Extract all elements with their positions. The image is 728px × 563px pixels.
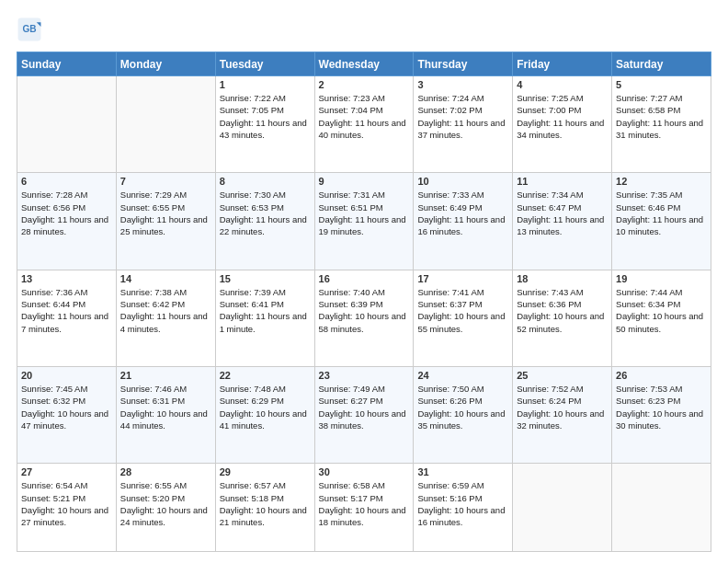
calendar-cell: 5Sunrise: 7:27 AM Sunset: 6:58 PM Daylig… xyxy=(612,76,711,173)
weekday-tuesday: Tuesday xyxy=(215,52,314,76)
day-number: 2 xyxy=(319,79,410,90)
calendar-cell: 22Sunrise: 7:48 AM Sunset: 6:29 PM Dayli… xyxy=(215,366,314,463)
calendar-cell: 2Sunrise: 7:23 AM Sunset: 7:04 PM Daylig… xyxy=(314,76,414,173)
day-info: Sunrise: 7:39 AM Sunset: 6:41 PM Dayligh… xyxy=(220,286,311,335)
calendar-cell: 3Sunrise: 7:24 AM Sunset: 7:02 PM Daylig… xyxy=(414,76,513,173)
day-number: 29 xyxy=(220,466,311,477)
weekday-friday: Friday xyxy=(513,52,612,76)
day-info: Sunrise: 7:49 AM Sunset: 6:27 PM Dayligh… xyxy=(319,383,410,431)
calendar-cell: 19Sunrise: 7:44 AM Sunset: 6:34 PM Dayli… xyxy=(612,270,711,366)
day-number: 31 xyxy=(417,466,508,477)
day-info: Sunrise: 7:31 AM Sunset: 6:51 PM Dayligh… xyxy=(319,189,410,237)
calendar-cell: 13Sunrise: 7:36 AM Sunset: 6:44 PM Dayli… xyxy=(17,270,117,366)
calendar-cell: 31Sunrise: 6:59 AM Sunset: 5:16 PM Dayli… xyxy=(414,464,513,552)
day-number: 5 xyxy=(616,79,707,90)
day-number: 21 xyxy=(120,370,211,381)
calendar-cell: 7Sunrise: 7:29 AM Sunset: 6:55 PM Daylig… xyxy=(116,173,215,270)
day-number: 15 xyxy=(220,273,311,284)
logo-icon: GB xyxy=(17,17,42,42)
day-number: 30 xyxy=(319,466,410,477)
day-number: 1 xyxy=(220,79,311,90)
day-number: 11 xyxy=(517,176,608,187)
day-info: Sunrise: 7:27 AM Sunset: 6:58 PM Dayligh… xyxy=(616,92,707,141)
day-number: 26 xyxy=(616,370,707,381)
calendar-cell: 11Sunrise: 7:34 AM Sunset: 6:47 PM Dayli… xyxy=(513,173,612,270)
day-number: 16 xyxy=(319,273,410,284)
day-info: Sunrise: 7:48 AM Sunset: 6:29 PM Dayligh… xyxy=(220,383,311,431)
day-info: Sunrise: 7:50 AM Sunset: 6:26 PM Dayligh… xyxy=(417,383,508,431)
calendar-cell: 30Sunrise: 6:58 AM Sunset: 5:17 PM Dayli… xyxy=(314,464,414,552)
calendar-cell: 20Sunrise: 7:45 AM Sunset: 6:32 PM Dayli… xyxy=(17,366,117,463)
day-number: 10 xyxy=(417,176,508,187)
weekday-saturday: Saturday xyxy=(612,52,711,76)
day-number: 8 xyxy=(220,176,311,187)
day-info: Sunrise: 7:53 AM Sunset: 6:23 PM Dayligh… xyxy=(616,383,707,431)
day-info: Sunrise: 7:45 AM Sunset: 6:32 PM Dayligh… xyxy=(21,383,112,431)
day-number: 19 xyxy=(616,273,707,284)
day-number: 23 xyxy=(319,370,410,381)
day-info: Sunrise: 7:35 AM Sunset: 6:46 PM Dayligh… xyxy=(616,189,707,237)
calendar-cell: 21Sunrise: 7:46 AM Sunset: 6:31 PM Dayli… xyxy=(116,366,215,463)
calendar-cell: 8Sunrise: 7:30 AM Sunset: 6:53 PM Daylig… xyxy=(215,173,314,270)
calendar-cell: 24Sunrise: 7:50 AM Sunset: 6:26 PM Dayli… xyxy=(414,366,513,463)
day-info: Sunrise: 7:52 AM Sunset: 6:24 PM Dayligh… xyxy=(517,383,608,431)
day-number: 3 xyxy=(417,79,508,90)
day-number: 6 xyxy=(21,176,112,187)
calendar-cell: 6Sunrise: 7:28 AM Sunset: 6:56 PM Daylig… xyxy=(17,173,117,270)
calendar-cell: 23Sunrise: 7:49 AM Sunset: 6:27 PM Dayli… xyxy=(314,366,414,463)
day-number: 14 xyxy=(120,273,211,284)
header: GB xyxy=(17,17,711,42)
day-number: 17 xyxy=(417,273,508,284)
day-number: 28 xyxy=(120,466,211,477)
weekday-wednesday: Wednesday xyxy=(314,52,414,76)
calendar-cell: 12Sunrise: 7:35 AM Sunset: 6:46 PM Dayli… xyxy=(612,173,711,270)
day-number: 27 xyxy=(21,466,112,477)
calendar-cell: 15Sunrise: 7:39 AM Sunset: 6:41 PM Dayli… xyxy=(215,270,314,366)
day-number: 7 xyxy=(120,176,211,187)
calendar-cell: 29Sunrise: 6:57 AM Sunset: 5:18 PM Dayli… xyxy=(215,464,314,552)
day-info: Sunrise: 7:25 AM Sunset: 7:00 PM Dayligh… xyxy=(517,92,608,141)
day-info: Sunrise: 7:40 AM Sunset: 6:39 PM Dayligh… xyxy=(319,286,410,335)
weekday-monday: Monday xyxy=(116,52,215,76)
day-info: Sunrise: 7:38 AM Sunset: 6:42 PM Dayligh… xyxy=(120,286,211,335)
day-info: Sunrise: 7:24 AM Sunset: 7:02 PM Dayligh… xyxy=(417,92,508,141)
day-info: Sunrise: 7:46 AM Sunset: 6:31 PM Dayligh… xyxy=(120,383,211,431)
day-number: 22 xyxy=(220,370,311,381)
day-info: Sunrise: 7:44 AM Sunset: 6:34 PM Dayligh… xyxy=(616,286,707,335)
calendar-cell: 14Sunrise: 7:38 AM Sunset: 6:42 PM Dayli… xyxy=(116,270,215,366)
weekday-thursday: Thursday xyxy=(414,52,513,76)
calendar-cell: 27Sunrise: 6:54 AM Sunset: 5:21 PM Dayli… xyxy=(17,464,117,552)
weekday-header-row: SundayMondayTuesdayWednesdayThursdayFrid… xyxy=(17,52,711,76)
day-info: Sunrise: 7:43 AM Sunset: 6:36 PM Dayligh… xyxy=(517,286,608,335)
svg-text:GB: GB xyxy=(22,24,36,34)
calendar-cell: 28Sunrise: 6:55 AM Sunset: 5:20 PM Dayli… xyxy=(116,464,215,552)
day-info: Sunrise: 7:22 AM Sunset: 7:05 PM Dayligh… xyxy=(220,92,311,141)
day-info: Sunrise: 7:23 AM Sunset: 7:04 PM Dayligh… xyxy=(319,92,410,141)
calendar-cell xyxy=(17,76,117,173)
calendar-cell: 26Sunrise: 7:53 AM Sunset: 6:23 PM Dayli… xyxy=(612,366,711,463)
day-number: 25 xyxy=(517,370,608,381)
calendar-cell xyxy=(513,464,612,552)
day-info: Sunrise: 7:36 AM Sunset: 6:44 PM Dayligh… xyxy=(21,286,112,335)
calendar-cell: 4Sunrise: 7:25 AM Sunset: 7:00 PM Daylig… xyxy=(513,76,612,173)
calendar: SundayMondayTuesdayWednesdayThursdayFrid… xyxy=(17,52,711,552)
day-number: 20 xyxy=(21,370,112,381)
day-info: Sunrise: 7:41 AM Sunset: 6:37 PM Dayligh… xyxy=(417,286,508,335)
calendar-cell: 9Sunrise: 7:31 AM Sunset: 6:51 PM Daylig… xyxy=(314,173,414,270)
day-number: 9 xyxy=(319,176,410,187)
calendar-cell: 17Sunrise: 7:41 AM Sunset: 6:37 PM Dayli… xyxy=(414,270,513,366)
day-info: Sunrise: 6:59 AM Sunset: 5:16 PM Dayligh… xyxy=(417,479,508,528)
day-info: Sunrise: 7:34 AM Sunset: 6:47 PM Dayligh… xyxy=(517,189,608,237)
calendar-cell: 18Sunrise: 7:43 AM Sunset: 6:36 PM Dayli… xyxy=(513,270,612,366)
day-info: Sunrise: 6:57 AM Sunset: 5:18 PM Dayligh… xyxy=(220,479,311,528)
calendar-cell xyxy=(116,76,215,173)
day-number: 12 xyxy=(616,176,707,187)
calendar-cell: 10Sunrise: 7:33 AM Sunset: 6:49 PM Dayli… xyxy=(414,173,513,270)
calendar-cell: 16Sunrise: 7:40 AM Sunset: 6:39 PM Dayli… xyxy=(314,270,414,366)
day-info: Sunrise: 6:55 AM Sunset: 5:20 PM Dayligh… xyxy=(120,479,211,528)
day-number: 24 xyxy=(417,370,508,381)
day-number: 4 xyxy=(517,79,608,90)
calendar-cell: 1Sunrise: 7:22 AM Sunset: 7:05 PM Daylig… xyxy=(215,76,314,173)
day-info: Sunrise: 6:58 AM Sunset: 5:17 PM Dayligh… xyxy=(319,479,410,528)
calendar-cell: 25Sunrise: 7:52 AM Sunset: 6:24 PM Dayli… xyxy=(513,366,612,463)
